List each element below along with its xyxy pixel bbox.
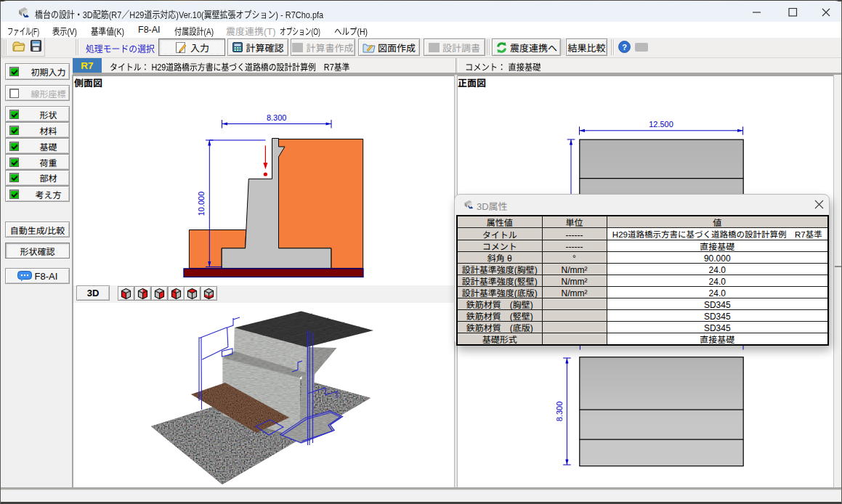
svg-text:10.000: 10.000 bbox=[197, 192, 206, 216]
svg-text:8.300: 8.300 bbox=[555, 402, 564, 422]
svg-text:8.300: 8.300 bbox=[267, 113, 287, 122]
svg-text:?: ? bbox=[622, 43, 627, 52]
svg-text:12.500: 12.500 bbox=[649, 120, 673, 129]
